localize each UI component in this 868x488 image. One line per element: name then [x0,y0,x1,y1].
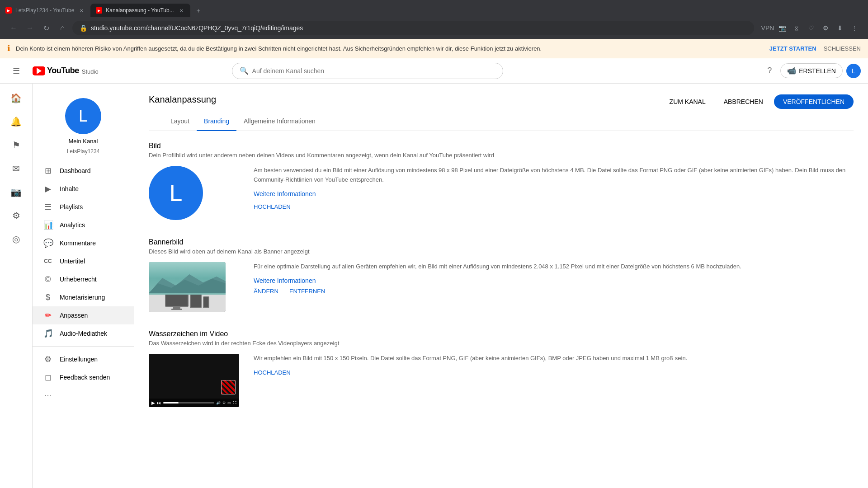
watermark-title: Wasserzeichen im Video [149,330,854,338]
bild-desc: Dein Profilbild wird unter anderem neben… [149,152,854,159]
left-icon-home[interactable]: 🏠 [5,87,27,109]
sidebar-item-audio[interactable]: 🎵 Audio-Mediathek [33,324,134,343]
youtube-logo: YouTube Studio [33,66,99,75]
channel-name: Mein Kanal [68,138,98,145]
forward-button[interactable]: → [24,22,36,34]
left-icon-flag[interactable]: ⚑ [5,134,27,156]
tab-bar: ▶ LetsPlay1234 - YouTube ✕ ▶ Kanalanpass… [0,0,868,17]
tab-close-2[interactable]: ✕ [178,7,185,14]
content-body: Bild Dein Profilbild wird unter anderem … [134,131,868,436]
fullscreen-icon: ⛶ [233,401,236,405]
gear-icon: ⚙ [222,401,226,405]
help-button[interactable]: ? [762,64,777,78]
studio-text: Studio [82,68,99,75]
tab-layout[interactable]: Layout [163,112,197,131]
page-actions-bar: ZUM KANAL ABBRECHEN VERÖFFENTLICHEN [662,94,854,109]
sidebar-item-urheberrecht[interactable]: © Urheberrecht [33,270,134,288]
home-nav-button[interactable]: ⌂ [56,22,69,34]
banner-close-button[interactable]: SCHLIESSEN [824,45,861,52]
sidebar-item-dashboard[interactable]: ⊞ Dashboard [33,162,134,180]
sidebar-label-monetarisierung: Monetarisierung [60,294,105,301]
yt-icon [33,66,45,75]
sidebar-label-anpassen: Anpassen [60,312,88,319]
extension-menu[interactable]: ⋮ [848,22,861,34]
banner-info-link[interactable]: Weitere Informationen [254,277,316,284]
address-text: studio.youtube.com/channel/UCocN6zQPHQZ_… [91,24,303,32]
sidebar-item-feedback[interactable]: ◻ Feedback senden [33,368,134,386]
copyright-icon: © [43,275,52,284]
settings2-icon: ⚙ [43,354,52,364]
analytics-icon: 📊 [43,220,52,230]
sidebar-item-playlists[interactable]: ☰ Playlists [33,198,134,216]
sidebar-item-more[interactable]: ··· [33,386,134,404]
extension-btn-5[interactable]: ⚙ [819,22,832,34]
sidebar-item-analytics[interactable]: 📊 Analytics [33,216,134,234]
abbrechen-button[interactable]: ABBRECHEN [717,94,770,109]
tab-branding[interactable]: Branding [197,112,236,131]
banner-info-text: Für eine optimale Darstellung auf allen … [254,262,854,272]
extension-btn-4[interactable]: ♡ [805,22,817,34]
extension-btn-1[interactable]: VPN [761,22,774,34]
browser-tab-2[interactable]: ▶ Kanalanpassung - YouTub... ✕ [90,4,190,17]
sidebar-label-untertitel: Untertitel [60,258,85,265]
device-phone [203,296,209,308]
banner-info: Für eine optimale Darstellung auf allen … [254,262,854,312]
browser-tab-1[interactable]: ▶ LetsPlay1234 - YouTube ✕ [0,4,90,17]
search-input[interactable] [252,67,495,75]
create-button[interactable]: 📹 ERSTELLEN [780,63,843,78]
extension-btn-6[interactable]: ⬇ [834,22,846,34]
camera-icon: 📹 [787,66,796,75]
sidebar-item-inhalte[interactable]: ▶ Inhalte [33,180,134,198]
browser-chrome: ▶ LetsPlay1234 - YouTube ✕ ▶ Kanalanpass… [0,0,868,39]
banner-text: Dein Konto ist einem höheren Risiko von … [16,45,764,52]
watermark-preview-area: ▶ ⏭ 🔊 ⚙ ▭ ⛶ [149,354,239,407]
banner-desc: Dieses Bild wird oben auf deinem Kanal a… [149,248,854,255]
channel-avatar[interactable]: L [65,98,101,134]
watermark-upload-button[interactable]: HOCHLADEN [254,369,291,376]
monetization-icon: $ [43,293,52,302]
user-avatar[interactable]: L [846,64,861,78]
left-icon-settings[interactable]: ⚙ [5,205,27,226]
watermark-section: Wasserzeichen im Video Das Wasserzeichen… [149,330,854,407]
banner-start-button[interactable]: JETZT STARTEN [769,45,816,52]
sidebar-item-anpassen[interactable]: ✏ Anpassen [33,306,134,324]
security-banner: ℹ Dein Konto ist einem höheren Risiko vo… [0,39,868,58]
tab-close-1[interactable]: ✕ [78,7,85,14]
banner-change-button[interactable]: ÄNDERN [254,288,278,295]
left-icon-bar: 🏠 🔔 ⚑ ✉ 📷 ⚙ ◎ [0,84,33,488]
bild-title: Bild [149,142,854,150]
reload-button[interactable]: ↻ [40,22,52,34]
bild-upload-button[interactable]: HOCHLADEN [254,203,291,210]
bell-icon: 🔔 [10,116,22,127]
sidebar-item-untertitel[interactable]: CC Untertitel [33,252,134,270]
progress-bar [163,402,214,404]
left-icon-target[interactable]: ◎ [5,228,27,250]
extension-btn-2[interactable]: 📷 [776,22,788,34]
left-icon-notifications[interactable]: 🔔 [5,111,27,132]
sidebar-item-kommentare[interactable]: 💬 Kommentare [33,234,134,252]
watermark-info-text: Wir empfehlen ein Bild mit 150 x 150 Pix… [254,354,854,363]
sidebar-item-monetarisierung[interactable]: $ Monetarisierung [33,288,134,306]
bild-info-link[interactable]: Weitere Informationen [254,190,316,197]
veroeffentlichen-button[interactable]: VERÖFFENTLICHEN [774,94,854,109]
address-input[interactable]: 🔒 studio.youtube.com/channel/UCocN6zQPHQ… [72,21,754,35]
banner-section: Bannerbild Dieses Bild wird oben auf dei… [149,238,854,312]
audio-icon: 🎵 [43,328,52,338]
back-button[interactable]: ← [7,22,20,34]
new-tab-button[interactable]: ＋ [192,5,205,17]
search-bar: 🔍 [232,63,503,79]
bild-preview-area: L [149,166,239,220]
watermark-inner: ▶ ⏭ 🔊 ⚙ ▭ ⛶ [149,354,854,407]
tab-favicon-1: ▶ [5,7,12,14]
left-icon-messages[interactable]: ✉ [5,158,27,179]
sidebar-item-einstellungen[interactable]: ⚙ Einstellungen [33,350,134,368]
logo-area[interactable]: YouTube Studio [33,66,99,75]
menu-toggle-button[interactable]: ☰ [7,62,25,80]
sidebar-label-audio: Audio-Mediathek [60,330,107,337]
zum-kanal-button[interactable]: ZUM KANAL [662,94,713,109]
left-icon-instagram[interactable]: 📷 [5,181,27,203]
extension-btn-3[interactable]: ⧖ [790,22,803,34]
tab-allgemeine[interactable]: Allgemeine Informationen [236,112,323,131]
banner-remove-button[interactable]: ENTFERNEN [289,288,325,295]
banner-action-btns: ÄNDERN ENTFERNEN [254,288,854,295]
